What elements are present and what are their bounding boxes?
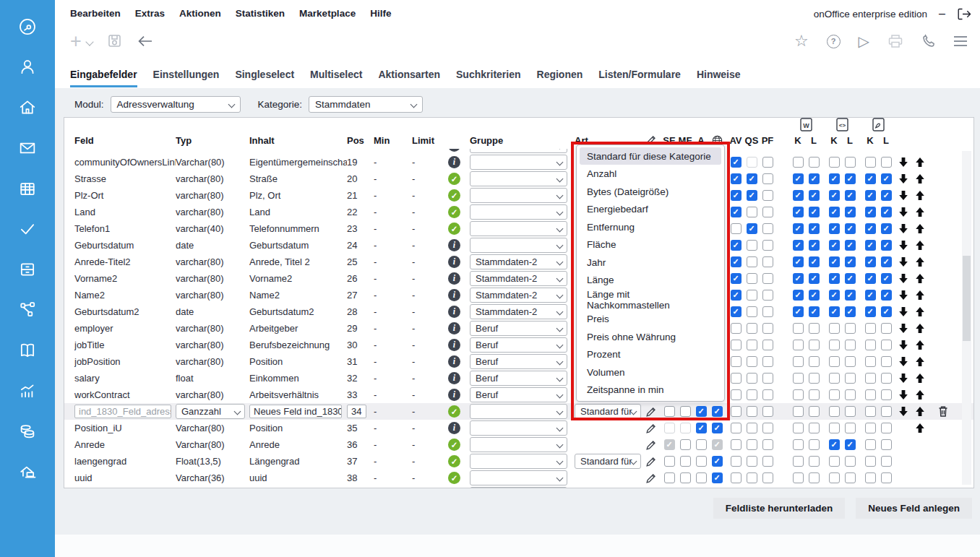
checkbox-code-k[interactable]: ✓: [829, 439, 840, 450]
move-down-icon[interactable]: [898, 157, 908, 168]
checkbox-av[interactable]: ✓: [731, 256, 742, 267]
statistics-icon[interactable]: [17, 380, 38, 402]
checkbox-word-l[interactable]: ✓: [809, 306, 820, 317]
move-down-icon[interactable]: [898, 406, 908, 417]
group-select[interactable]: Beruf: [470, 337, 567, 353]
checkbox-code-l[interactable]: [845, 373, 856, 384]
checkbox-pdf-k[interactable]: ✓: [865, 256, 876, 267]
move-down-icon[interactable]: [898, 306, 908, 317]
checkbox-code-l[interactable]: [845, 340, 856, 350]
checkbox-code-l[interactable]: [845, 456, 856, 467]
checkbox-pdf-l[interactable]: [881, 356, 892, 367]
onoffice-logo-icon[interactable]: [17, 16, 38, 38]
checkbox-pdf-k[interactable]: [865, 472, 876, 483]
checkbox-pdf-l[interactable]: [881, 439, 892, 450]
group-select[interactable]: [470, 454, 567, 469]
move-down-icon[interactable]: [898, 273, 908, 284]
checkbox-av[interactable]: ✓: [731, 157, 742, 168]
checkbox-qs[interactable]: [747, 207, 757, 217]
favorite-star-icon[interactable]: ☆: [794, 34, 809, 48]
checkbox-qs[interactable]: [747, 373, 757, 384]
checkbox-qs[interactable]: [747, 273, 757, 284]
group-select[interactable]: [470, 470, 567, 485]
group-select[interactable]: Beruf: [470, 371, 567, 386]
checkbox-pf[interactable]: [762, 406, 773, 417]
checkbox-pdf-k[interactable]: [865, 323, 876, 334]
menu-icon[interactable]: [954, 36, 967, 46]
back-icon[interactable]: [137, 35, 153, 48]
checkbox-word-l[interactable]: [809, 340, 820, 350]
checkbox-av[interactable]: [731, 223, 742, 234]
checkbox-code-k[interactable]: [829, 157, 840, 168]
art-option[interactable]: Energiebedarf: [580, 200, 721, 217]
checkbox-mf[interactable]: [680, 439, 691, 450]
checkbox-code-l[interactable]: [845, 423, 856, 433]
phone-icon[interactable]: [921, 34, 936, 48]
checkbox-pf[interactable]: [762, 340, 773, 350]
checkbox-code-k[interactable]: ✓: [829, 207, 840, 217]
checkbox-qs[interactable]: [747, 157, 757, 168]
group-select[interactable]: Beruf: [470, 321, 567, 336]
checkbox-pdf-k[interactable]: [865, 389, 876, 400]
move-up-icon[interactable]: [915, 290, 925, 301]
checkbox-word-k[interactable]: ✓: [793, 207, 804, 217]
checkbox-se[interactable]: ✓: [664, 439, 675, 450]
checkbox-word-k[interactable]: ✓: [793, 223, 804, 234]
checkbox-word-k[interactable]: [793, 439, 804, 450]
caret-down-icon[interactable]: [85, 38, 93, 46]
checkbox-pdf-k[interactable]: [865, 406, 876, 417]
menu-item-marketplace[interactable]: Marketplace: [299, 8, 356, 19]
checkbox-code-l[interactable]: ✓: [845, 223, 856, 234]
move-down-icon[interactable]: [898, 256, 908, 267]
checkbox-pdf-k[interactable]: ✓: [865, 223, 876, 234]
checkbox-word-l[interactable]: [809, 456, 820, 467]
art-option[interactable]: Entfernung: [580, 218, 721, 236]
group-select[interactable]: [470, 437, 567, 452]
checkbox-code-k[interactable]: ✓: [829, 223, 840, 234]
checkbox-pf[interactable]: [762, 190, 773, 201]
checkbox-word-l[interactable]: ✓: [809, 290, 820, 301]
move-down-icon[interactable]: [898, 240, 908, 251]
checkbox-word-k[interactable]: [793, 323, 804, 334]
checkbox-pdf-k[interactable]: ✓: [865, 273, 876, 284]
checkbox-av[interactable]: ✓: [731, 306, 742, 317]
checkbox-pdf-l[interactable]: ✓: [881, 207, 892, 217]
checkbox-qs[interactable]: [747, 290, 757, 301]
checkbox-av[interactable]: ✓: [731, 240, 742, 251]
tab-einstellungen[interactable]: Einstellungen: [153, 69, 220, 87]
checkbox-mf[interactable]: [680, 456, 691, 467]
checkbox-code-l[interactable]: ✓: [845, 207, 856, 217]
checkbox-word-k[interactable]: [793, 406, 804, 417]
checkbox-pdf-l[interactable]: [881, 157, 892, 168]
checkbox-av[interactable]: [731, 323, 742, 334]
checkbox-pf[interactable]: [762, 290, 773, 301]
checkbox-av[interactable]: ✓: [731, 207, 742, 217]
checkbox-a[interactable]: [696, 439, 707, 450]
checkbox-word-k[interactable]: [793, 157, 804, 168]
checkbox-pdf-l[interactable]: ✓: [881, 273, 892, 284]
move-up-icon[interactable]: [915, 240, 925, 251]
checkbox-pdf-k[interactable]: ✓: [865, 207, 876, 217]
checkbox-pdf-l[interactable]: [881, 373, 892, 384]
checkbox-av[interactable]: [731, 389, 742, 400]
checkbox-word-k[interactable]: ✓: [793, 240, 804, 251]
checkbox-code-l[interactable]: [845, 389, 856, 400]
checkbox-global[interactable]: ✓: [712, 423, 723, 433]
checkbox-code-k[interactable]: [829, 472, 840, 483]
art-option[interactable]: Länge: [580, 271, 721, 288]
tab-multiselect[interactable]: Multiselect: [310, 69, 362, 87]
move-up-icon[interactable]: [915, 323, 925, 334]
art-option[interactable]: Volumen: [580, 363, 721, 381]
checkbox-word-k[interactable]: ✓: [793, 306, 804, 317]
checkbox-code-k[interactable]: ✓: [829, 273, 840, 284]
checkbox-code-l[interactable]: [845, 157, 856, 168]
move-down-icon[interactable]: [898, 290, 908, 301]
checkbox-pf[interactable]: [762, 456, 773, 467]
art-select[interactable]: Standard für: [575, 404, 641, 419]
checkbox-pdf-k[interactable]: ✓: [865, 240, 876, 251]
checkbox-pdf-l[interactable]: ✓: [881, 256, 892, 267]
checkbox-pdf-l[interactable]: ✓: [881, 240, 892, 251]
checkbox-pdf-l[interactable]: [881, 423, 892, 433]
checkbox-pf[interactable]: [762, 423, 773, 433]
checkbox-av[interactable]: ✓: [731, 190, 742, 201]
